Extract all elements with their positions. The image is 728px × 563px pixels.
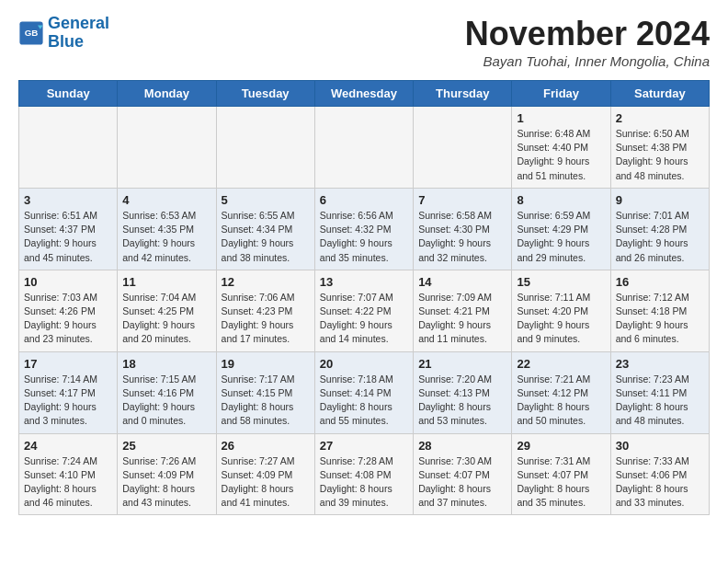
calendar-cell: 17Sunrise: 7:14 AM Sunset: 4:17 PM Dayli… <box>19 351 118 433</box>
header-row: SundayMondayTuesdayWednesdayThursdayFrid… <box>19 81 710 107</box>
calendar-cell: 14Sunrise: 7:09 AM Sunset: 4:21 PM Dayli… <box>414 270 512 351</box>
day-info: Sunrise: 7:06 AM Sunset: 4:23 PM Dayligh… <box>222 291 310 347</box>
calendar-cell: 2Sunrise: 6:50 AM Sunset: 4:38 PM Daylig… <box>610 107 709 189</box>
day-number: 19 <box>222 357 310 371</box>
day-number: 24 <box>24 439 112 453</box>
day-info: Sunrise: 7:28 AM Sunset: 4:08 PM Dayligh… <box>320 454 408 511</box>
day-info: Sunrise: 7:11 AM Sunset: 4:20 PM Dayligh… <box>517 291 605 347</box>
calendar-cell: 15Sunrise: 7:11 AM Sunset: 4:20 PM Dayli… <box>512 270 610 351</box>
calendar-cell: 10Sunrise: 7:03 AM Sunset: 4:26 PM Dayli… <box>19 270 118 351</box>
day-info: Sunrise: 7:26 AM Sunset: 4:09 PM Dayligh… <box>122 454 210 511</box>
calendar-body: 1Sunrise: 6:48 AM Sunset: 4:40 PM Daylig… <box>19 107 710 515</box>
day-info: Sunrise: 6:55 AM Sunset: 4:34 PM Dayligh… <box>222 209 310 265</box>
day-info: Sunrise: 7:31 AM Sunset: 4:07 PM Dayligh… <box>517 454 605 511</box>
day-number: 26 <box>222 439 310 453</box>
calendar-header: SundayMondayTuesdayWednesdayThursdayFrid… <box>19 81 710 107</box>
day-number: 29 <box>517 439 605 453</box>
day-info: Sunrise: 6:59 AM Sunset: 4:29 PM Dayligh… <box>517 209 605 265</box>
calendar-cell: 28Sunrise: 7:30 AM Sunset: 4:07 PM Dayli… <box>414 433 512 515</box>
day-info: Sunrise: 7:27 AM Sunset: 4:09 PM Dayligh… <box>222 454 310 511</box>
day-number: 12 <box>222 275 310 289</box>
day-number: 14 <box>418 275 506 289</box>
calendar-week-row: 10Sunrise: 7:03 AM Sunset: 4:26 PM Dayli… <box>19 270 710 351</box>
day-info: Sunrise: 6:51 AM Sunset: 4:37 PM Dayligh… <box>24 209 112 265</box>
calendar-cell <box>19 107 118 189</box>
calendar-cell: 12Sunrise: 7:06 AM Sunset: 4:23 PM Dayli… <box>216 270 314 351</box>
month-title: November 2024 <box>465 15 710 53</box>
day-info: Sunrise: 7:20 AM Sunset: 4:13 PM Dayligh… <box>418 373 506 429</box>
day-info: Sunrise: 7:30 AM Sunset: 4:07 PM Dayligh… <box>418 454 506 511</box>
day-info: Sunrise: 7:07 AM Sunset: 4:22 PM Dayligh… <box>320 291 408 347</box>
day-info: Sunrise: 6:58 AM Sunset: 4:30 PM Dayligh… <box>418 209 506 265</box>
calendar-cell: 16Sunrise: 7:12 AM Sunset: 4:18 PM Dayli… <box>610 270 709 351</box>
header-cell-friday: Friday <box>512 81 610 107</box>
calendar-week-row: 17Sunrise: 7:14 AM Sunset: 4:17 PM Dayli… <box>19 351 710 433</box>
calendar-cell: 9Sunrise: 7:01 AM Sunset: 4:28 PM Daylig… <box>610 188 709 270</box>
calendar-cell <box>414 107 512 189</box>
day-info: Sunrise: 6:48 AM Sunset: 4:40 PM Dayligh… <box>517 127 605 183</box>
calendar-cell: 5Sunrise: 6:55 AM Sunset: 4:34 PM Daylig… <box>216 188 314 270</box>
day-number: 16 <box>616 275 704 289</box>
calendar-cell: 13Sunrise: 7:07 AM Sunset: 4:22 PM Dayli… <box>314 270 413 351</box>
calendar-cell: 7Sunrise: 6:58 AM Sunset: 4:30 PM Daylig… <box>414 188 512 270</box>
day-number: 28 <box>418 439 506 453</box>
day-info: Sunrise: 7:01 AM Sunset: 4:28 PM Dayligh… <box>616 209 704 265</box>
logo-line1: General <box>48 15 109 33</box>
location-subtitle: Bayan Tuohai, Inner Mongolia, China <box>465 53 710 69</box>
calendar-cell: 30Sunrise: 7:33 AM Sunset: 4:06 PM Dayli… <box>610 433 709 515</box>
calendar-cell: 4Sunrise: 6:53 AM Sunset: 4:35 PM Daylig… <box>118 188 216 270</box>
day-number: 20 <box>320 357 408 371</box>
calendar-cell <box>314 107 413 189</box>
day-number: 1 <box>517 111 605 125</box>
day-info: Sunrise: 7:15 AM Sunset: 4:16 PM Dayligh… <box>122 373 210 429</box>
day-info: Sunrise: 7:21 AM Sunset: 4:12 PM Dayligh… <box>517 373 605 429</box>
day-number: 27 <box>320 439 408 453</box>
header-cell-wednesday: Wednesday <box>314 81 413 107</box>
day-number: 30 <box>616 439 704 453</box>
day-number: 8 <box>517 193 605 207</box>
day-info: Sunrise: 6:53 AM Sunset: 4:35 PM Dayligh… <box>122 209 210 265</box>
logo-line2: Blue <box>48 33 109 52</box>
day-number: 6 <box>320 193 408 207</box>
header-cell-thursday: Thursday <box>414 81 512 107</box>
calendar-cell: 3Sunrise: 6:51 AM Sunset: 4:37 PM Daylig… <box>19 188 118 270</box>
day-number: 7 <box>418 193 506 207</box>
calendar-cell: 21Sunrise: 7:20 AM Sunset: 4:13 PM Dayli… <box>414 351 512 433</box>
day-number: 15 <box>517 275 605 289</box>
calendar-cell: 11Sunrise: 7:04 AM Sunset: 4:25 PM Dayli… <box>118 270 216 351</box>
calendar-table: SundayMondayTuesdayWednesdayThursdayFrid… <box>18 80 710 515</box>
day-number: 21 <box>418 357 506 371</box>
calendar-cell: 19Sunrise: 7:17 AM Sunset: 4:15 PM Dayli… <box>216 351 314 433</box>
day-number: 22 <box>517 357 605 371</box>
day-info: Sunrise: 7:09 AM Sunset: 4:21 PM Dayligh… <box>418 291 506 347</box>
calendar-cell: 25Sunrise: 7:26 AM Sunset: 4:09 PM Dayli… <box>118 433 216 515</box>
day-info: Sunrise: 7:24 AM Sunset: 4:10 PM Dayligh… <box>24 454 112 511</box>
calendar-cell: 8Sunrise: 6:59 AM Sunset: 4:29 PM Daylig… <box>512 188 610 270</box>
header-cell-tuesday: Tuesday <box>216 81 314 107</box>
day-number: 25 <box>122 439 210 453</box>
day-info: Sunrise: 6:56 AM Sunset: 4:32 PM Dayligh… <box>320 209 408 265</box>
day-number: 5 <box>222 193 310 207</box>
title-section: November 2024 Bayan Tuohai, Inner Mongol… <box>465 15 710 69</box>
day-info: Sunrise: 6:50 AM Sunset: 4:38 PM Dayligh… <box>616 127 704 183</box>
header-cell-saturday: Saturday <box>610 81 709 107</box>
day-info: Sunrise: 7:14 AM Sunset: 4:17 PM Dayligh… <box>24 373 112 429</box>
logo-text: General Blue <box>48 15 109 52</box>
day-info: Sunrise: 7:17 AM Sunset: 4:15 PM Dayligh… <box>222 373 310 429</box>
calendar-cell: 22Sunrise: 7:21 AM Sunset: 4:12 PM Dayli… <box>512 351 610 433</box>
day-number: 3 <box>24 193 112 207</box>
logo-icon: GB <box>18 20 44 46</box>
day-number: 18 <box>122 357 210 371</box>
logo: GB General Blue <box>18 15 109 52</box>
calendar-cell: 24Sunrise: 7:24 AM Sunset: 4:10 PM Dayli… <box>19 433 118 515</box>
header-cell-sunday: Sunday <box>19 81 118 107</box>
day-number: 13 <box>320 275 408 289</box>
calendar-cell <box>216 107 314 189</box>
day-info: Sunrise: 7:12 AM Sunset: 4:18 PM Dayligh… <box>616 291 704 347</box>
calendar-cell: 23Sunrise: 7:23 AM Sunset: 4:11 PM Dayli… <box>610 351 709 433</box>
calendar-cell: 29Sunrise: 7:31 AM Sunset: 4:07 PM Dayli… <box>512 433 610 515</box>
calendar-cell: 26Sunrise: 7:27 AM Sunset: 4:09 PM Dayli… <box>216 433 314 515</box>
calendar-week-row: 3Sunrise: 6:51 AM Sunset: 4:37 PM Daylig… <box>19 188 710 270</box>
day-number: 17 <box>24 357 112 371</box>
day-number: 23 <box>616 357 704 371</box>
